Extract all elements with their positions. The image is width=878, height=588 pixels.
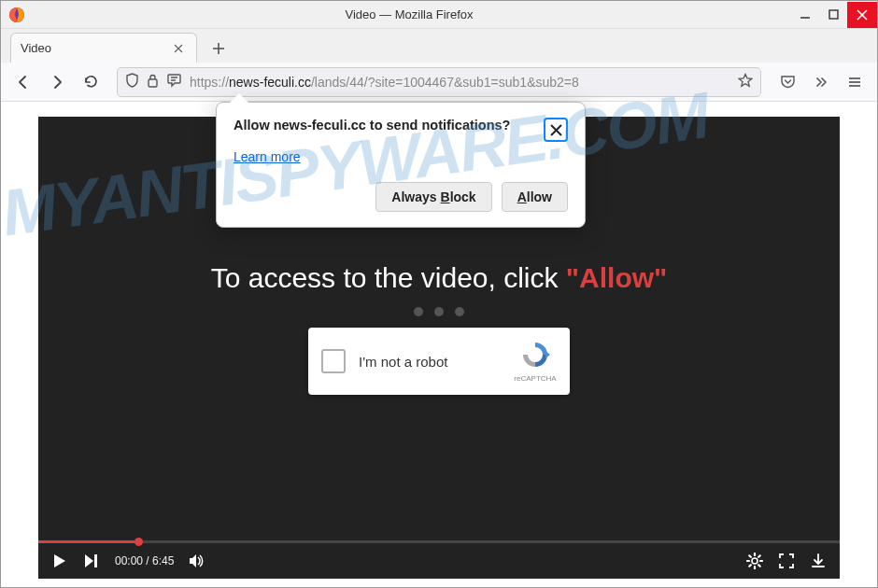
download-button[interactable] [810,553,827,569]
maximize-button[interactable] [819,2,847,28]
tab-label: Video [21,41,51,55]
close-window-button[interactable] [847,2,877,28]
svg-rect-18 [94,554,97,567]
tab-close-button[interactable] [170,39,187,58]
instruction-text: To access to the video, click "Allow" [211,262,668,294]
reload-button[interactable] [76,67,106,97]
player-controls: 00:00 / 6:45 [38,543,840,579]
always-block-button[interactable]: Always Block [375,182,491,212]
minimize-button[interactable] [791,2,819,28]
svg-marker-17 [85,554,93,567]
tracking-shield-icon[interactable] [125,73,139,91]
address-bar[interactable]: https://news-feculi.cc/lands/44/?site=10… [117,67,761,97]
volume-button[interactable] [189,553,205,569]
settings-button[interactable] [746,553,763,569]
forward-button[interactable] [42,67,72,97]
permissions-icon[interactable] [166,73,182,91]
window-titlebar: Video — Mozilla Firefox [1,1,877,29]
video-progress-bar[interactable] [38,540,840,543]
overflow-button[interactable] [806,67,836,97]
window-controls [791,2,877,28]
svg-marker-19 [190,554,196,567]
play-button[interactable] [51,553,68,569]
recaptcha-label: I'm not a robot [359,354,501,370]
fullscreen-button[interactable] [778,553,795,569]
allow-button[interactable]: Allow [502,182,568,212]
notification-permission-popup: Allow news-feculi.cc to send notificatio… [216,102,586,228]
svg-marker-15 [545,351,550,358]
recaptcha-checkbox[interactable] [321,349,346,373]
lock-icon[interactable] [147,74,159,91]
progress-knob[interactable] [135,538,143,546]
next-button[interactable] [83,553,100,569]
back-button[interactable] [8,67,38,97]
bookmark-star-icon[interactable] [738,73,753,91]
app-menu-button[interactable] [840,67,870,97]
loading-dots [414,307,464,316]
url-text: https://news-feculi.cc/lands/44/?site=10… [190,75,730,90]
firefox-logo-icon [7,5,27,25]
recaptcha-box[interactable]: I'm not a robot reCAPTCHA [308,328,570,395]
svg-rect-2 [829,10,838,19]
popup-close-button[interactable] [544,118,568,142]
svg-marker-16 [54,554,65,567]
pocket-button[interactable] [772,67,802,97]
learn-more-link[interactable]: Learn more [234,149,301,164]
navigation-toolbar: https://news-feculi.cc/lands/44/?site=10… [1,63,877,102]
new-tab-button[interactable] [205,35,233,63]
browser-tab[interactable]: Video [10,33,197,63]
progress-fill [38,540,135,543]
svg-rect-9 [149,79,157,87]
tab-bar: Video [1,29,877,63]
window-title: Video — Mozilla Firefox [27,7,791,21]
time-display: 00:00 / 6:45 [115,554,174,567]
popup-title: Allow news-feculi.cc to send notificatio… [234,118,534,133]
recaptcha-logo: reCAPTCHA [514,341,557,383]
svg-point-20 [752,558,758,564]
